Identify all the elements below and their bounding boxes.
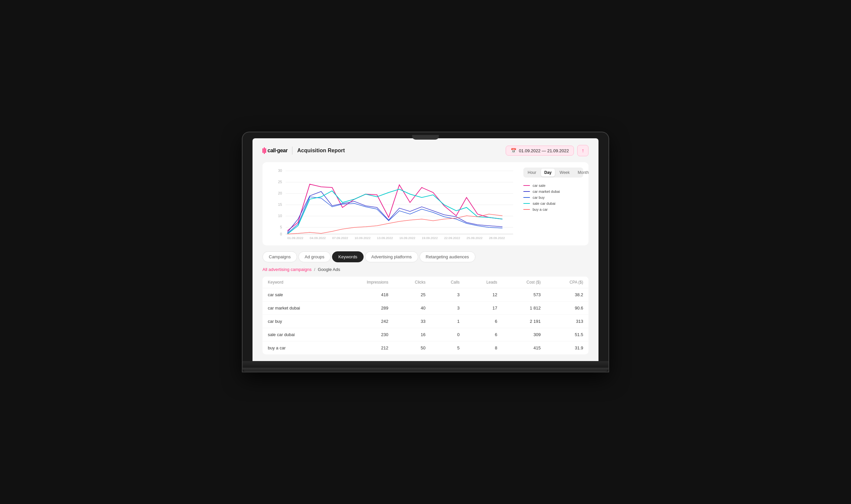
svg-text:28.09.2022: 28.09.2022	[489, 236, 505, 240]
cell-calls-0: 3	[431, 288, 465, 302]
week-button[interactable]: Week	[556, 168, 573, 177]
svg-text:10.09.2022: 10.09.2022	[354, 236, 370, 240]
cell-cost-4: 415	[503, 341, 546, 355]
legend-item-sale-car-dubai: sale car dubai	[523, 201, 583, 205]
logo-bar-1	[262, 148, 263, 153]
cell-cpa-2: 313	[546, 315, 589, 328]
col-header-cpa: CPA ($)	[546, 276, 589, 288]
cell-impressions-1: 289	[337, 302, 394, 315]
svg-text:22.09.2022: 22.09.2022	[444, 236, 460, 240]
cell-leads-1: 17	[465, 302, 503, 315]
svg-text:13.09.2022: 13.09.2022	[377, 236, 393, 240]
table-header-row: Keyword Impressions Clicks Calls Leads C…	[262, 276, 589, 288]
chart-container: 30 25 20 15 10 5 0 01.09.2022 04.09.2022…	[262, 162, 589, 245]
tab-campaigns[interactable]: Campaigns	[262, 251, 297, 262]
tab-retargeting-audiences[interactable]: Retargeting audiences	[419, 251, 475, 262]
cell-keyword-4: buy a car	[262, 341, 337, 355]
cell-cost-2: 2 191	[503, 315, 546, 328]
header-divider	[292, 147, 292, 155]
cell-clicks-3: 16	[394, 328, 431, 341]
month-button[interactable]: Month	[575, 168, 592, 177]
cell-impressions-2: 242	[337, 315, 394, 328]
table-row: car market dubai 289 40 3 17 1 812 90.6	[262, 302, 589, 315]
chart-wrapper: 30 25 20 15 10 5 0 01.09.2022 04.09.2022…	[268, 167, 517, 242]
cell-leads-4: 8	[465, 341, 503, 355]
svg-text:07.09.2022: 07.09.2022	[332, 236, 348, 240]
cell-cpa-4: 31.9	[546, 341, 589, 355]
logo-bar-3	[265, 148, 266, 153]
legend-color-car-sale	[523, 185, 530, 186]
legend-color-buy-a-car	[523, 209, 530, 210]
cell-cost-0: 573	[503, 288, 546, 302]
breadcrumb-link[interactable]: All advertising campaigns	[262, 267, 311, 272]
legend-color-car-market-dubai	[523, 191, 530, 192]
chart-right: Hour Day Week Month car sale car market …	[523, 167, 583, 242]
svg-text:30: 30	[278, 169, 282, 173]
table-row: car sale 418 25 3 12 573 38.2	[262, 288, 589, 302]
cell-clicks-2: 33	[394, 315, 431, 328]
col-header-cost: Cost ($)	[503, 276, 546, 288]
cell-cost-1: 1 812	[503, 302, 546, 315]
cell-keyword-3: sale car dubai	[262, 328, 337, 341]
cell-cpa-1: 90.6	[546, 302, 589, 315]
svg-text:16.09.2022: 16.09.2022	[399, 236, 415, 240]
laptop-base	[243, 361, 608, 368]
table-row: sale car dubai 230 16 0 6 309 51.5	[262, 328, 589, 341]
cell-impressions-0: 418	[337, 288, 394, 302]
cell-calls-4: 5	[431, 341, 465, 355]
legend-item-car-buy: car buy	[523, 196, 583, 199]
tab-ad-groups[interactable]: Ad groups	[298, 251, 331, 262]
svg-text:25: 25	[278, 180, 282, 184]
legend-item-buy-a-car: buy a car	[523, 208, 583, 212]
col-header-clicks: Clicks	[394, 276, 431, 288]
cell-keyword-0: car sale	[262, 288, 337, 302]
cell-leads-0: 12	[465, 288, 503, 302]
laptop-stand	[243, 368, 608, 372]
legend-color-sale-car-dubai	[523, 203, 530, 204]
chart-legend: car sale car market dubai car buy s	[523, 183, 583, 212]
svg-text:5: 5	[280, 226, 282, 229]
col-header-impressions: Impressions	[337, 276, 394, 288]
chart-svg: 30 25 20 15 10 5 0 01.09.2022 04.09.2022…	[268, 167, 517, 241]
time-toggle: Hour Day Week Month	[523, 167, 583, 178]
legend-label-car-buy: car buy	[533, 196, 544, 199]
tab-advertising-platforms[interactable]: Advertising platforms	[365, 251, 418, 262]
data-table: Keyword Impressions Clicks Calls Leads C…	[262, 276, 589, 354]
upload-icon: ↑	[581, 148, 584, 154]
legend-item-car-market-dubai: car market dubai	[523, 190, 583, 194]
cell-cpa-0: 38.2	[546, 288, 589, 302]
laptop-notch	[412, 135, 439, 140]
table-row: car buy 242 33 1 6 2 191 313	[262, 315, 589, 328]
breadcrumb-separator: /	[314, 267, 316, 272]
hour-button[interactable]: Hour	[524, 168, 540, 177]
header: call·gear Acquisition Report 📅 01.09.202…	[262, 145, 589, 156]
svg-text:20: 20	[278, 192, 282, 195]
legend-color-car-buy	[523, 197, 530, 198]
upload-button[interactable]: ↑	[577, 145, 589, 156]
day-button[interactable]: Day	[541, 168, 555, 177]
legend-label-car-sale: car sale	[533, 183, 545, 187]
cell-impressions-4: 212	[337, 341, 394, 355]
tab-keywords[interactable]: Keywords	[332, 251, 364, 262]
cell-leads-3: 6	[465, 328, 503, 341]
date-range-button[interactable]: 📅 01.09.2022 — 21.09.2022	[506, 146, 574, 156]
svg-text:25.09.2022: 25.09.2022	[466, 236, 482, 240]
svg-text:15: 15	[278, 203, 282, 206]
table-row: buy a car 212 50 5 8 415 31.9	[262, 341, 589, 355]
col-header-calls: Calls	[431, 276, 465, 288]
tab-bar: Campaigns Ad groups Keywords Advertising…	[262, 251, 589, 262]
page-title: Acquisition Report	[297, 148, 345, 154]
col-header-keyword: Keyword	[262, 276, 337, 288]
cell-clicks-4: 50	[394, 341, 431, 355]
legend-item-car-sale: car sale	[523, 183, 583, 187]
cell-clicks-1: 40	[394, 302, 431, 315]
col-header-leads: Leads	[465, 276, 503, 288]
logo-icon	[262, 147, 266, 154]
svg-text:04.09.2022: 04.09.2022	[310, 236, 326, 240]
cell-calls-2: 1	[431, 315, 465, 328]
cell-clicks-0: 25	[394, 288, 431, 302]
logo-bar-2	[264, 147, 265, 154]
header-right: 📅 01.09.2022 — 21.09.2022 ↑	[506, 145, 589, 156]
cell-impressions-3: 230	[337, 328, 394, 341]
logo: call·gear	[262, 147, 288, 154]
